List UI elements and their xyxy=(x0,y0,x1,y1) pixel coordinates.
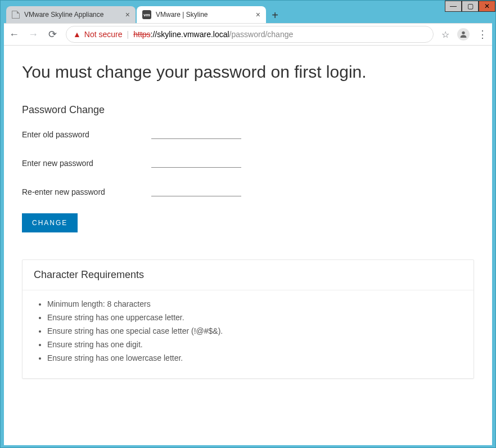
list-item: Ensure string has one digit. xyxy=(47,340,462,349)
reload-button[interactable]: ⟳ xyxy=(47,28,58,41)
vm-icon: vm xyxy=(142,10,151,19)
reenter-password-input[interactable] xyxy=(151,185,241,196)
label-new-password: Enter new password xyxy=(22,159,151,168)
section-title: Password Change xyxy=(22,104,474,116)
close-button[interactable]: ✕ xyxy=(479,1,495,12)
new-tab-button[interactable]: + xyxy=(267,7,283,23)
minimize-button[interactable]: — xyxy=(445,1,462,12)
tab-title: VMware | Skyline xyxy=(156,11,208,19)
requirements-card: Character Requirements Minimum length: 8… xyxy=(22,259,474,379)
warning-icon: ▲ xyxy=(73,30,81,39)
tab-title: VMware Skyline Appliance xyxy=(24,11,103,19)
form-row-old: Enter old password xyxy=(22,127,474,139)
list-item: Minimum length: 8 characters xyxy=(47,299,462,308)
url-text: https://skyline.vmware.local/password/ch… xyxy=(133,30,293,39)
requirements-list: Minimum length: 8 characters Ensure stri… xyxy=(22,290,474,362)
tab-inactive[interactable]: VMware Skyline Appliance × xyxy=(6,6,136,23)
svg-point-0 xyxy=(462,32,465,34)
separator: | xyxy=(127,30,129,39)
list-item: Ensure string has one lowercase letter. xyxy=(47,353,462,362)
security-status[interactable]: ▲ Not secure xyxy=(73,30,123,39)
browser-toolbar: ← → ⟳ ▲ Not secure | https://skyline.vmw… xyxy=(4,23,492,46)
not-secure-label: Not secure xyxy=(84,30,123,39)
url-path: /password/change xyxy=(229,30,294,39)
tab-strip: VMware Skyline Appliance × vm VMware | S… xyxy=(6,5,495,23)
list-item: Ensure string has one uppercase letter. xyxy=(47,313,462,322)
change-button[interactable]: CHANGE xyxy=(22,213,78,232)
form-row-new: Enter new password xyxy=(22,156,474,168)
maximize-button[interactable]: ▢ xyxy=(462,1,479,12)
address-bar[interactable]: ▲ Not secure | https://skyline.vmware.lo… xyxy=(66,26,434,43)
window-controls: — ▢ ✕ xyxy=(445,1,495,12)
menu-icon[interactable]: ⋮ xyxy=(477,28,488,41)
forward-button[interactable]: → xyxy=(28,29,39,41)
tab-close-icon[interactable]: × xyxy=(125,10,130,19)
window-frame: — ▢ ✕ VMware Skyline Appliance × vm VMwa… xyxy=(0,0,496,448)
url-scheme: https xyxy=(133,30,150,39)
old-password-input[interactable] xyxy=(151,127,241,139)
requirements-title: Character Requirements xyxy=(22,260,474,290)
page-title: You must change your password on first l… xyxy=(22,62,474,82)
list-item: Ensure string has one special case lette… xyxy=(47,326,462,335)
bookmark-icon[interactable]: ☆ xyxy=(441,29,449,40)
back-button[interactable]: ← xyxy=(8,29,20,41)
page-icon xyxy=(12,11,20,19)
new-password-input[interactable] xyxy=(151,156,241,168)
tab-active[interactable]: vm VMware | Skyline × xyxy=(137,6,266,23)
profile-icon[interactable] xyxy=(457,28,470,41)
label-reenter-password: Re-enter new password xyxy=(22,187,151,196)
page-viewport: You must change your password on first l… xyxy=(4,46,492,445)
url-host: ://skyline.vmware.local xyxy=(151,30,229,39)
label-old-password: Enter old password xyxy=(22,130,151,139)
tab-close-icon[interactable]: × xyxy=(256,10,260,19)
form-row-re: Re-enter new password xyxy=(22,185,474,196)
